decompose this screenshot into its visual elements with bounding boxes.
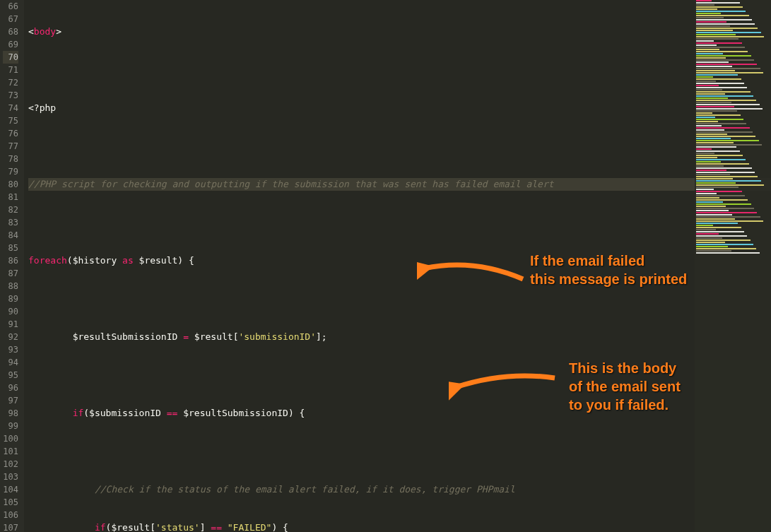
- var: $resultSubmissionID: [73, 331, 178, 342]
- string: 'submissionID': [238, 331, 316, 342]
- line-number: 101: [3, 445, 18, 458]
- line-number: 69: [3, 38, 18, 51]
- line-number: 73: [3, 89, 18, 102]
- line-number: 79: [3, 165, 18, 178]
- line-number: 100: [3, 432, 18, 445]
- line-number: 76: [3, 127, 18, 140]
- line-number: 99: [3, 420, 18, 432]
- line-number: 105: [3, 496, 18, 509]
- line-number: 102: [3, 458, 18, 471]
- line-number: 98: [3, 407, 18, 420]
- var: $result: [194, 331, 233, 342]
- string: "FAILED": [228, 522, 272, 532]
- line-number: 106: [3, 509, 18, 521]
- minimap[interactable]: // build minimap pseudo-lines (function(…: [695, 0, 771, 532]
- line-number: 70: [3, 51, 18, 64]
- line-number: 80: [3, 178, 18, 191]
- line-number: 107: [3, 521, 18, 532]
- line-number: 75: [3, 114, 18, 127]
- line-number: 77: [3, 140, 18, 153]
- line-number: 72: [3, 76, 18, 89]
- line-number: 74: [3, 102, 18, 114]
- line-number-gutter: 6667686970717273747576777879808182838485…: [0, 0, 24, 532]
- keyword-foreach: foreach: [28, 255, 67, 266]
- line-number: 103: [3, 471, 18, 483]
- keyword-if: if: [95, 522, 106, 532]
- keyword-if: if: [73, 408, 84, 418]
- line-number: 68: [3, 25, 18, 38]
- line-number: 96: [3, 382, 18, 394]
- line-number: 89: [3, 292, 18, 305]
- line-number: 85: [3, 242, 18, 254]
- line-number: 82: [3, 203, 18, 216]
- code-editor[interactable]: 6667686970717273747576777879808182838485…: [0, 0, 771, 532]
- line-number: 87: [3, 267, 18, 280]
- var: $resultSubmissionID: [183, 408, 288, 418]
- comment: //PHP script for checking and outputting…: [28, 179, 554, 189]
- line-number: 67: [3, 13, 18, 25]
- line-number: 92: [3, 331, 18, 343]
- line-number: 78: [3, 153, 18, 165]
- code-area[interactable]: <body> <?php //PHP script for checking a…: [24, 0, 771, 532]
- var-history: $history: [73, 255, 117, 266]
- line-number: 83: [3, 216, 18, 229]
- line-number: 104: [3, 483, 18, 496]
- line-number: 94: [3, 356, 18, 369]
- html-tag: body: [34, 26, 56, 37]
- line-number: 95: [3, 369, 18, 382]
- string: 'status': [155, 522, 200, 532]
- line-number: 71: [3, 64, 18, 76]
- line-number: 97: [3, 394, 18, 407]
- var-result: $result: [139, 255, 178, 266]
- line-number: 91: [3, 318, 18, 331]
- line-number: 88: [3, 280, 18, 292]
- var: $result: [111, 522, 150, 532]
- line-number: 66: [3, 0, 18, 13]
- line-number: 86: [3, 254, 18, 267]
- line-number: 81: [3, 191, 18, 203]
- line-number: 84: [3, 229, 18, 242]
- line-number: 90: [3, 305, 18, 318]
- php-open: <?php: [28, 102, 56, 113]
- keyword-as: as: [122, 255, 134, 266]
- line-number: 93: [3, 343, 18, 356]
- var: $submissionID: [89, 408, 161, 418]
- comment: //Check if the status of the email alert…: [95, 484, 515, 495]
